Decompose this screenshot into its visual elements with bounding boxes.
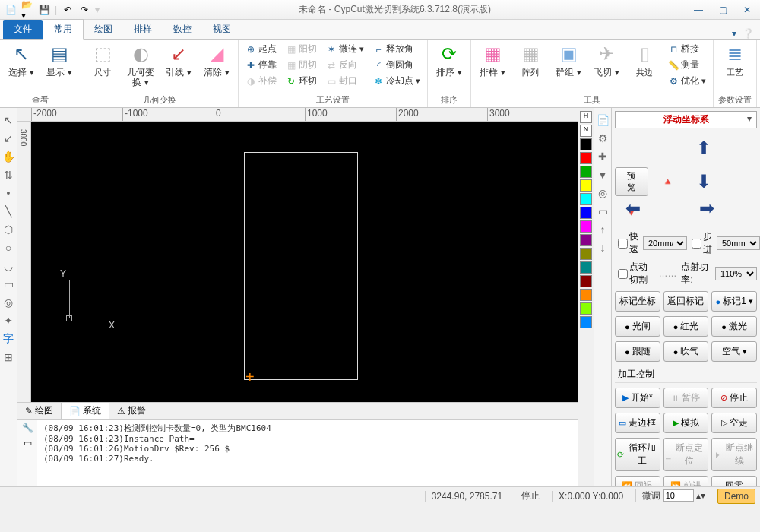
step-check[interactable]: 步进: [692, 230, 712, 256]
file-tab[interactable]: 文件: [3, 20, 43, 39]
tab-view[interactable]: 视图: [202, 20, 242, 39]
color-swatch[interactable]: [580, 289, 592, 301]
rtool-doc-icon[interactable]: 📄: [594, 112, 611, 128]
weilian-button[interactable]: ✶微连 ▾: [324, 42, 366, 56]
yangqie-button[interactable]: ▦阳切: [283, 42, 319, 56]
fast-check[interactable]: 快速: [618, 230, 638, 256]
step-select[interactable]: 50mm: [717, 236, 760, 250]
air-select[interactable]: 空气 ▾: [711, 341, 757, 362]
loop-button[interactable]: ⟳循环加工: [615, 438, 660, 471]
size-button[interactable]: ⬚尺寸: [86, 42, 119, 77]
tool-poly-icon[interactable]: ⬡: [0, 221, 17, 238]
fast-select[interactable]: 20mm/s: [643, 236, 687, 250]
menu-caret-icon[interactable]: ▾: [732, 28, 736, 39]
pause-button[interactable]: ⏸暂停: [663, 388, 709, 408]
color-swatch[interactable]: [580, 261, 592, 274]
lead-button[interactable]: ↙引线 ▾: [162, 42, 195, 78]
preview-button[interactable]: 预览: [615, 167, 648, 196]
tool-star-icon[interactable]: ✦: [0, 312, 17, 329]
seal-button[interactable]: ▭封口: [324, 74, 366, 88]
nest-button[interactable]: ▦排样 ▾: [476, 42, 509, 78]
rtool-up-icon[interactable]: ↑: [594, 221, 611, 238]
mark-button[interactable]: 标记坐标: [615, 291, 660, 312]
rtool-down-icon[interactable]: ▼: [594, 166, 611, 183]
color-swatch[interactable]: [580, 179, 592, 192]
huanqie-button[interactable]: ↻环切: [283, 74, 319, 88]
undo-icon[interactable]: ↶: [62, 4, 74, 16]
bpcont-button[interactable]: ⏵断点继续: [711, 438, 757, 471]
display-button[interactable]: ▤显示 ▾: [43, 42, 76, 78]
release-button[interactable]: ⌐释放角: [371, 42, 423, 56]
tool-misc-icon[interactable]: ⊞: [0, 349, 17, 366]
jog-up-button[interactable]: ⬆: [691, 135, 717, 161]
color-swatch[interactable]: [580, 275, 592, 287]
zero-button[interactable]: 回零: [711, 476, 757, 486]
mark1-select[interactable]: ●标记1 ▾: [711, 291, 757, 312]
shutter-button[interactable]: ●光闸: [615, 316, 660, 337]
color-swatch[interactable]: [580, 152, 592, 164]
jogcut-check[interactable]: 点动切割: [618, 261, 654, 287]
redo-icon[interactable]: ↷: [78, 4, 90, 16]
tool-rect-icon[interactable]: ▭: [0, 276, 17, 293]
color-swatch[interactable]: [580, 220, 592, 233]
color-swatch[interactable]: [580, 234, 592, 246]
tab-common[interactable]: 常用: [43, 19, 84, 40]
flycut-button[interactable]: ✈飞切 ▾: [590, 42, 623, 78]
rtool-down2-icon[interactable]: ↓: [594, 239, 611, 256]
minimize-icon[interactable]: —: [690, 4, 707, 16]
tool-track-icon[interactable]: ◎: [0, 294, 17, 311]
maximize-icon[interactable]: ▢: [714, 4, 731, 16]
comp-button[interactable]: ◑补偿: [243, 74, 279, 88]
optimize-button[interactable]: ⚙优化 ▾: [666, 74, 708, 88]
jog-down-button[interactable]: ⬇: [691, 169, 717, 195]
bridge-button[interactable]: ⊓桥接: [666, 42, 708, 56]
color-swatch[interactable]: [580, 138, 592, 150]
reverse-button[interactable]: ⇄反向: [324, 58, 366, 72]
forward-button[interactable]: ⏩前进: [663, 476, 709, 486]
measure-button[interactable]: 📏测量: [666, 58, 708, 72]
cool-button[interactable]: ❄冷却点 ▾: [371, 74, 423, 88]
tool-pan-icon[interactable]: ✋: [0, 148, 17, 165]
jog-right-button[interactable]: ➡: [694, 195, 720, 221]
tool-pointer-icon[interactable]: ↖: [0, 112, 17, 128]
rtool-rect-icon[interactable]: ▭: [594, 203, 611, 220]
returnmark-button[interactable]: 返回标记: [663, 291, 709, 312]
dock-button[interactable]: ✚停靠: [243, 58, 279, 72]
craft-button[interactable]: ≣工艺: [718, 42, 752, 77]
fillet-button[interactable]: ◜倒圆角: [371, 58, 423, 72]
color-swatch[interactable]: [580, 316, 592, 328]
array-button[interactable]: ▦阵列: [514, 42, 547, 77]
dryrun-button[interactable]: ▷空走: [711, 413, 757, 433]
coord-system-select[interactable]: 浮动坐标系: [615, 111, 757, 128]
save-icon[interactable]: 💾: [38, 4, 50, 16]
fine-input[interactable]: [663, 489, 694, 502]
follow-button[interactable]: ●跟随: [615, 341, 660, 362]
close-icon[interactable]: ✕: [739, 4, 755, 16]
tool-srt-icon[interactable]: ⇅: [0, 166, 17, 183]
rtool-gear-icon[interactable]: ⚙: [594, 130, 611, 147]
share-button[interactable]: ▯共边: [628, 42, 661, 77]
start-button[interactable]: ▶开始*: [615, 388, 660, 408]
blow-button[interactable]: ●吹气: [663, 341, 709, 362]
swatch-h[interactable]: H: [580, 111, 592, 123]
jog-left-button[interactable]: ⬅: [620, 195, 646, 221]
tool-point-icon[interactable]: •: [0, 185, 17, 201]
sort-button[interactable]: ⟳排序 ▾: [432, 42, 466, 78]
simulate-button[interactable]: ▶模拟: [663, 413, 709, 433]
btab-alarm[interactable]: ⚠报警: [109, 403, 154, 419]
startpt-button[interactable]: ⊕起点: [243, 42, 279, 56]
spotpower-select[interactable]: 110%: [715, 267, 757, 280]
tab-nest[interactable]: 排样: [123, 20, 163, 39]
transform-button[interactable]: ◐几何变换 ▾: [124, 42, 157, 87]
swatch-n[interactable]: N: [580, 125, 592, 137]
tab-cnc[interactable]: 数控: [163, 20, 202, 39]
log-clear-icon[interactable]: ▭: [24, 438, 32, 448]
frame-button[interactable]: ▭走边框: [615, 413, 660, 433]
drawing-canvas[interactable]: + XY: [31, 122, 578, 402]
erase-button[interactable]: ◢清除 ▾: [200, 42, 233, 78]
stop-button[interactable]: ⊘停止: [711, 388, 757, 408]
btab-system[interactable]: 📄系统: [62, 403, 109, 419]
back-button[interactable]: ⏪回退: [615, 476, 660, 486]
yinqie-button[interactable]: ▦阴切: [283, 58, 319, 72]
select-button[interactable]: ↖选择 ▾: [5, 42, 38, 78]
